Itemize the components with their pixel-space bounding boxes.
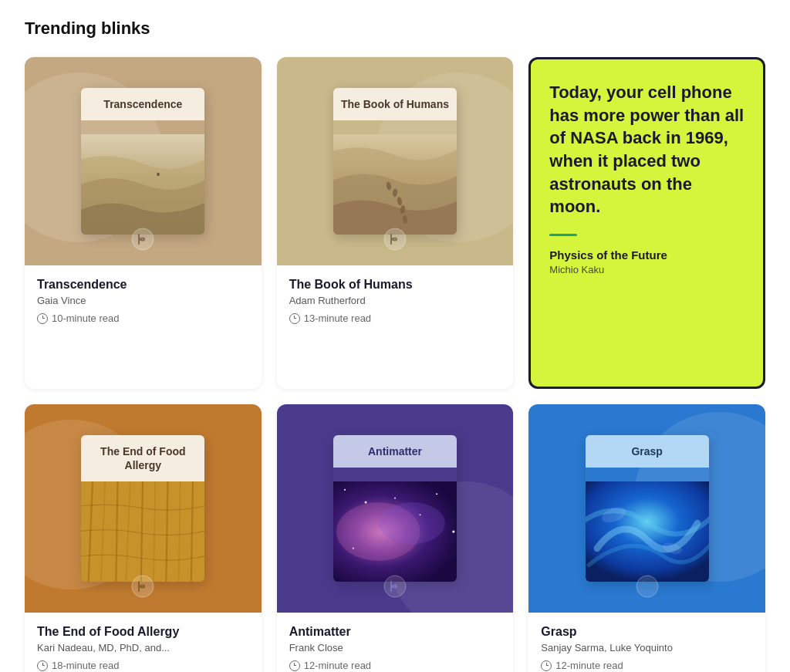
book-title-label: Antimatter (333, 435, 457, 468)
svg-point-22 (344, 489, 346, 491)
card-info-antimatter: Antimatter Frank Close 12-minute read (277, 613, 514, 672)
book-name: Transcendence (37, 278, 249, 292)
book-author: Sanjay Sarma, Luke Yoquinto (541, 642, 753, 653)
quote-divider (549, 234, 577, 236)
card-info-grasp: Grasp Sanjay Sarma, Luke Yoquinto 12-min… (528, 613, 765, 672)
quote-text: Today, your cell phone has more power th… (549, 81, 744, 218)
blinkist-logo-mark (383, 227, 407, 252)
blinks-grid: Transcendence (25, 57, 765, 672)
svg-point-1 (132, 228, 154, 250)
quote-book-author: Michio Kaku (549, 264, 744, 275)
book-name: The Book of Humans (289, 278, 501, 292)
book-cover-art (586, 481, 709, 582)
book-cover-art (81, 134, 204, 235)
card-cover-end-food-allergy: The End of Food Allergy (25, 404, 262, 613)
svg-point-18 (132, 576, 154, 597)
book-title-label: Grasp (586, 435, 709, 468)
blinkist-logo-mark (130, 574, 155, 599)
svg-point-0 (157, 173, 160, 176)
book-mockup-book-of-humans: The Book of Humans (333, 88, 457, 235)
book-time: 12-minute read (541, 660, 753, 671)
book-title-label: The End of Food Allergy (81, 435, 204, 481)
card-grasp[interactable]: Grasp (528, 404, 765, 672)
card-quote-physics-future[interactable]: Today, your cell phone has more power th… (528, 57, 765, 389)
book-author: Kari Nadeau, MD, PhD, and... (37, 642, 249, 653)
card-cover-antimatter: Antimatter (277, 404, 514, 613)
book-cover-art (333, 481, 457, 582)
quote-content: Today, your cell phone has more power th… (549, 81, 744, 275)
blinkist-logo-mark (383, 574, 407, 599)
book-name: The End of Food Allergy (37, 625, 249, 639)
read-time-label: 12-minute read (304, 660, 371, 671)
svg-point-21 (378, 502, 445, 544)
book-time: 10-minute read (37, 312, 249, 324)
svg-point-25 (419, 514, 420, 515)
card-info-end-food-allergy: The End of Food Allergy Kari Nadeau, MD,… (25, 613, 262, 672)
card-info-transcendence: Transcendence Gaia Vince 10-minute read (25, 265, 262, 338)
book-author: Frank Close (289, 642, 501, 653)
book-cover-art (333, 134, 457, 235)
clock-icon (541, 660, 552, 671)
clock-icon (37, 660, 48, 671)
book-author: Adam Rutherford (289, 295, 501, 306)
card-cover-book-of-humans: The Book of Humans (277, 57, 514, 265)
svg-point-33 (636, 576, 658, 597)
clock-icon (289, 313, 300, 324)
book-author: Gaia Vince (37, 295, 249, 306)
book-name: Antimatter (289, 625, 501, 639)
read-time-label: 10-minute read (52, 312, 119, 324)
clock-icon (37, 313, 48, 324)
read-time-label: 13-minute read (304, 312, 371, 324)
card-info-book-of-humans: The Book of Humans Adam Rutherford 13-mi… (277, 265, 514, 338)
book-time: 12-minute read (289, 660, 501, 671)
book-name: Grasp (541, 625, 753, 639)
card-cover-transcendence: Transcendence (25, 57, 262, 265)
svg-point-29 (384, 576, 406, 597)
book-title-label: Transcendence (81, 88, 204, 120)
book-time: 13-minute read (289, 312, 501, 324)
book-mockup-transcendence: Transcendence (81, 88, 204, 235)
book-time: 18-minute read (37, 660, 249, 671)
svg-point-28 (394, 498, 396, 499)
card-transcendence[interactable]: Transcendence (25, 57, 262, 389)
book-cover-art (81, 481, 204, 582)
read-time-label: 18-minute read (52, 660, 119, 671)
svg-point-23 (364, 501, 366, 503)
card-antimatter[interactable]: Antimatter (277, 404, 514, 672)
card-end-food-allergy[interactable]: The End of Food Allergy (25, 404, 262, 672)
card-cover-grasp: Grasp (528, 404, 765, 613)
clock-icon (289, 660, 300, 671)
svg-point-27 (452, 530, 454, 532)
svg-point-26 (353, 548, 354, 549)
blinkist-logo-mark (130, 227, 155, 252)
read-time-label: 12-minute read (555, 660, 623, 671)
book-mockup-antimatter: Antimatter (333, 435, 457, 582)
book-title-label: The Book of Humans (333, 88, 457, 120)
book-mockup-end-food-allergy: The End of Food Allergy (81, 435, 204, 582)
card-book-of-humans[interactable]: The Book of Humans (277, 57, 514, 389)
blinkist-logo-mark (635, 574, 660, 599)
svg-point-24 (436, 493, 437, 495)
svg-point-7 (384, 228, 406, 250)
book-mockup-grasp: Grasp (586, 435, 709, 582)
quote-book-title: Physics of the Future (549, 248, 744, 262)
section-title: Trending blinks (25, 19, 765, 39)
